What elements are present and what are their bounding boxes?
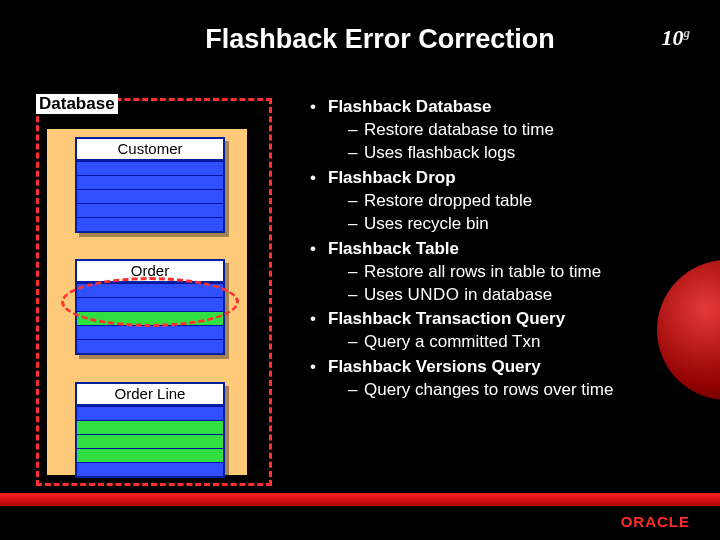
table-row	[77, 283, 223, 297]
bullet-sub: Restore all rows in table to time	[328, 261, 700, 284]
bullet-head: Flashback Table	[328, 239, 459, 258]
bullet-flashback-database: Flashback Database Restore database to t…	[310, 96, 700, 165]
table-row	[77, 325, 223, 339]
bullet-flashback-table: Flashback Table Restore all rows in tabl…	[310, 238, 700, 307]
table-order-line: Order Line	[75, 382, 225, 478]
table-row	[77, 297, 223, 311]
bullet-sub: Restore database to time	[328, 119, 700, 142]
undo-keyword: UNDO	[407, 285, 459, 304]
bullet-flashback-txn-query: Flashback Transaction Query Query a comm…	[310, 308, 700, 354]
table-row	[77, 175, 223, 189]
bullet-sub: Restore dropped table	[328, 190, 700, 213]
bullet-head: Flashback Transaction Query	[328, 309, 565, 328]
table-customer: Customer	[75, 137, 225, 233]
bullet-sub: Uses UNDO in database	[328, 284, 700, 307]
table-row	[77, 311, 223, 325]
table-row	[77, 161, 223, 175]
table-row	[77, 217, 223, 231]
table-row	[77, 339, 223, 353]
bullet-head: Flashback Drop	[328, 168, 456, 187]
table-row	[77, 203, 223, 217]
table-row	[77, 420, 223, 434]
bullet-head: Flashback Database	[328, 97, 491, 116]
bullet-flashback-versions-query: Flashback Versions Query Query changes t…	[310, 356, 700, 402]
table-row	[77, 448, 223, 462]
table-customer-header: Customer	[77, 139, 223, 161]
bullet-flashback-drop: Flashback Drop Restore dropped table Use…	[310, 167, 700, 236]
slide-title: Flashback Error Correction	[0, 24, 720, 55]
footer-red-bar	[0, 493, 720, 506]
table-row	[77, 462, 223, 476]
table-row	[77, 434, 223, 448]
table-order-header: Order	[77, 261, 223, 283]
table-order-line-header: Order Line	[77, 384, 223, 406]
database-inner: Customer Order Order Line	[45, 127, 249, 477]
table-order: Order	[75, 259, 225, 355]
bullet-content: Flashback Database Restore database to t…	[310, 96, 700, 404]
table-row	[77, 189, 223, 203]
bullet-head: Flashback Versions Query	[328, 357, 541, 376]
bullet-sub: Query a committed Txn	[328, 331, 700, 354]
bullet-sub: Query changes to rows over time	[328, 379, 700, 402]
bullet-sub: Uses flashback logs	[328, 142, 700, 165]
oracle-logo: ORACLE	[621, 513, 690, 530]
database-frame: Customer Order Order Line	[36, 98, 272, 486]
bullet-sub: Uses recycle bin	[328, 213, 700, 236]
table-row	[77, 406, 223, 420]
database-frame-label: Database	[36, 94, 118, 114]
